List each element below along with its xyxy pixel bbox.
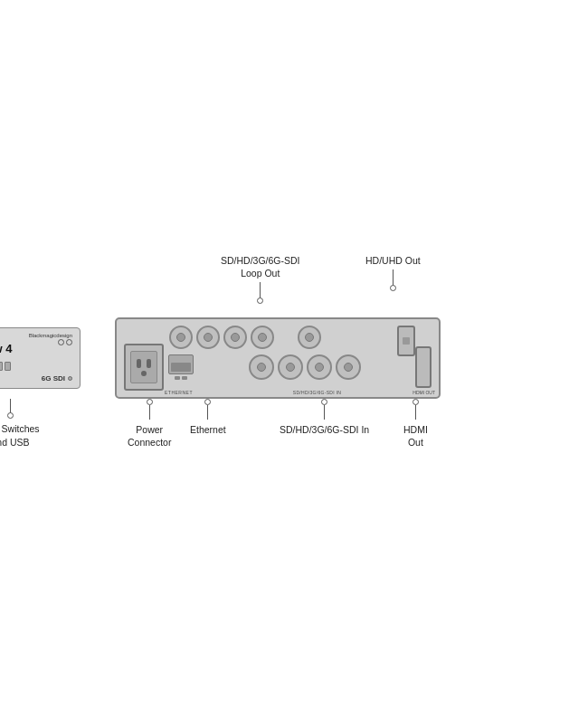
ethernet-section xyxy=(168,354,194,380)
loop-out-dot xyxy=(257,298,263,304)
hd-uhd-out-label: HD/UHD Out xyxy=(365,254,421,291)
sdi-in-label-text: SD/HD/3G/6G-SDI In xyxy=(280,423,369,436)
rear-panel: ETHERNET SD/HD/3G/6G-SDI IN HDMI OUT xyxy=(115,317,441,399)
badge-text: 6G SDI xyxy=(42,374,65,383)
power-label-text: PowerConnector xyxy=(128,423,171,449)
hdmi-port xyxy=(415,346,432,388)
ethernet-label-text: Ethernet xyxy=(190,423,226,436)
rear-bottom-row xyxy=(124,344,432,391)
sdi-in-3 xyxy=(307,354,332,380)
led-indicator xyxy=(68,376,72,381)
front-panel-wrap: Blackmagic MultiView 4 ⬡ xyxy=(0,327,81,389)
front-label-text: Mini Switchesand USB xyxy=(0,422,40,449)
sdi-badge: 6G SDI xyxy=(42,374,72,383)
ethernet-dot xyxy=(204,399,211,405)
hdmi-out-dot xyxy=(413,399,419,405)
loop-out-label: SD/HD/3G/6G-SDILoop Out xyxy=(221,254,300,304)
mini-switches xyxy=(0,362,11,371)
sdi-strip-label: SD/HD/3G/6G-SDI IN xyxy=(221,390,413,395)
power-dot xyxy=(147,399,153,405)
ethernet-label: Ethernet xyxy=(190,399,226,436)
power-connector-label: PowerConnector xyxy=(128,399,171,449)
loop-out-text: SD/HD/3G/6G-SDILoop Out xyxy=(221,254,300,279)
eth-strip-label: ETHERNET xyxy=(165,390,193,395)
rear-panel-wrap: ETHERNET SD/HD/3G/6G-SDI IN HDMI OUT xyxy=(115,317,441,399)
bmd-logo-text: Blackmagicdesign xyxy=(29,333,72,338)
sdi-in-1 xyxy=(249,354,274,380)
sdi-in-4 xyxy=(336,354,361,380)
hdmi-strip-label: HDMI OUT xyxy=(413,390,435,395)
hd-uhd-out-text: HD/UHD Out xyxy=(365,254,421,267)
hdmi-out-label-text: HDMIOut xyxy=(403,423,428,449)
front-panel: Blackmagic MultiView 4 ⬡ xyxy=(0,327,81,389)
hd-uhd-out-dot xyxy=(390,285,396,291)
ethernet-port xyxy=(168,354,194,374)
sdi-in-2 xyxy=(278,354,303,380)
sdi-in-label: SD/HD/3G/6G-SDI In xyxy=(280,399,369,436)
sdi-in-group xyxy=(198,354,411,380)
sdi-in-dot xyxy=(321,399,327,405)
bmd-logo: Blackmagicdesign xyxy=(29,333,72,345)
hdmi-out-label: HDMIOut xyxy=(403,399,428,449)
eth-leds xyxy=(175,376,187,380)
power-inlet xyxy=(124,344,164,391)
front-bottom-annotation: Mini Switchesand USB xyxy=(0,399,81,449)
